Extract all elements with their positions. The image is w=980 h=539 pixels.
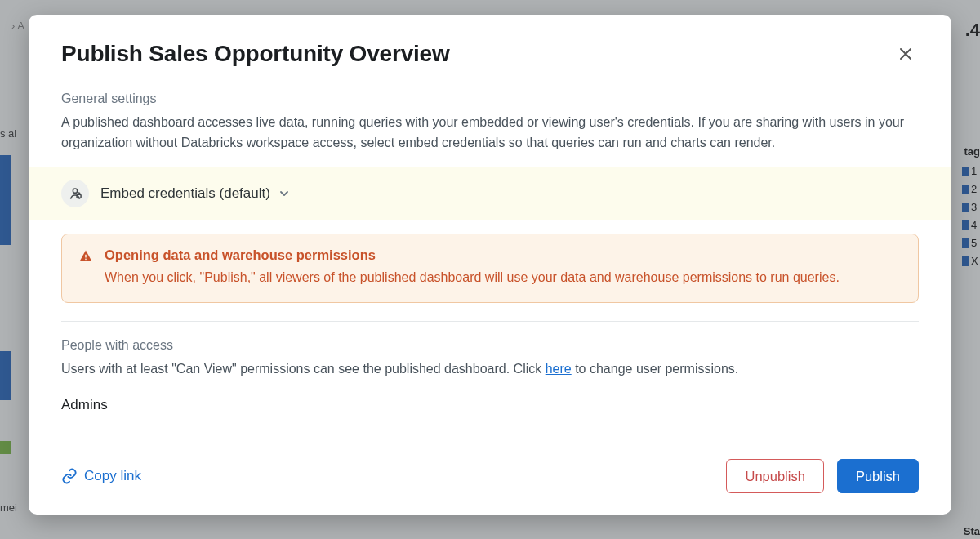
svg-point-0: [73, 189, 77, 193]
admins-label: Admins: [61, 397, 919, 413]
embed-credentials-row: Embed credentials (default): [29, 167, 951, 220]
people-with-access-label: People with access: [61, 338, 919, 353]
general-settings-label: General settings: [61, 91, 919, 106]
copy-link-button[interactable]: Copy link: [61, 468, 141, 484]
alert-body: When you click, "Publish," all viewers o…: [105, 268, 840, 287]
section-divider: [61, 321, 919, 322]
change-permissions-link[interactable]: here: [546, 362, 572, 376]
svg-rect-3: [85, 258, 87, 260]
people-with-access-desc: Users with at least "Can View" permissio…: [61, 359, 919, 380]
embed-credentials-select-label: Embed credentials (default): [100, 185, 270, 202]
chevron-down-icon: [278, 188, 290, 199]
warning-icon: [78, 249, 93, 287]
embed-credentials-select[interactable]: Embed credentials (default): [100, 185, 290, 202]
close-button[interactable]: [893, 41, 919, 67]
unpublish-button[interactable]: Unpublish: [726, 459, 823, 493]
general-settings-desc: A published dashboard accesses live data…: [61, 113, 919, 154]
close-icon: [898, 47, 913, 61]
modal-title: Publish Sales Opportunity Overview: [61, 41, 450, 67]
embed-credentials-icon: [61, 180, 89, 207]
svg-rect-2: [85, 254, 87, 257]
link-icon: [61, 468, 78, 484]
permissions-warning-alert: Opening data and warehouse permissions W…: [61, 234, 919, 303]
alert-title: Opening data and warehouse permissions: [105, 247, 840, 263]
publish-modal: Publish Sales Opportunity Overview Gener…: [29, 15, 951, 514]
copy-link-label: Copy link: [84, 468, 141, 484]
publish-button[interactable]: Publish: [837, 459, 919, 493]
